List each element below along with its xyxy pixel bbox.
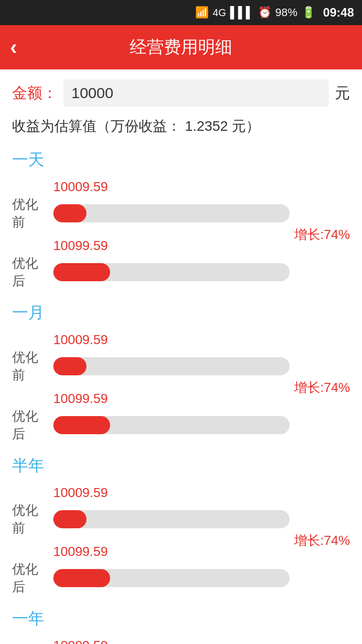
before-label-2: 优化前 <box>12 502 47 537</box>
nav-bar: ‹ 经营费用明细 <box>0 25 362 69</box>
before-fill-1 <box>53 357 86 375</box>
after-label-2: 优化后 <box>12 560 47 596</box>
battery-text: 98% <box>276 6 298 19</box>
before-bar-2 <box>53 510 290 528</box>
growth-badge-0: 增长:74% <box>294 226 350 244</box>
after-label-1: 优化后 <box>12 408 47 443</box>
signal-icon: ▌▌▌ <box>230 6 254 19</box>
before-row-3: 10009.59 优化前 <box>12 638 290 644</box>
before-row-2: 10009.59 优化前 <box>12 485 290 537</box>
amount-input-wrap[interactable] <box>63 79 329 107</box>
after-fill-2 <box>53 569 110 587</box>
before-value-2: 10009.59 <box>53 485 290 501</box>
before-label-0: 优化前 <box>12 196 47 231</box>
amount-label: 金额： <box>12 83 57 104</box>
after-inline-0: 优化后 <box>12 255 290 290</box>
period-section-2: 半年 10009.59 优化前 10 <box>12 455 350 596</box>
period-title-1: 一月 <box>12 302 350 324</box>
period-title-2: 半年 <box>12 455 350 477</box>
alarm-icon: ⏰ <box>258 6 272 19</box>
pair-block-3: 10009.59 优化前 10099.59 优化后 <box>12 638 350 644</box>
status-bar: 📶 4G ▌▌▌ ⏰ 98% 🔋 09:48 <box>0 0 362 25</box>
after-label-0: 优化后 <box>12 255 47 290</box>
before-label-1: 优化前 <box>12 349 47 384</box>
network-icon: 4G <box>213 7 226 19</box>
pair-block-2: 10009.59 优化前 10099.59 优化后 <box>12 485 350 596</box>
before-row-1: 10009.59 优化前 <box>12 332 290 384</box>
status-icons: 📶 4G ▌▌▌ ⏰ 98% 🔋 <box>195 6 315 19</box>
before-row-0: 10009.59 优化前 <box>12 179 290 231</box>
period-section-0: 一天 10009.59 优化前 10 <box>12 149 350 290</box>
amount-unit: 元 <box>335 83 350 104</box>
after-row-2: 10099.59 优化后 <box>12 544 290 596</box>
periods-container: 一天 10009.59 优化前 10 <box>12 149 350 644</box>
main-content: 金额： 元 收益为估算值（万份收益： 1.2352 元） 一天 10009.59… <box>0 69 362 644</box>
before-value-0: 10009.59 <box>53 179 290 195</box>
battery-icon: 🔋 <box>302 6 315 19</box>
growth-badge-2: 增长:74% <box>294 532 350 549</box>
clock: 09:48 <box>323 6 354 20</box>
after-value-2: 10099.59 <box>53 544 290 559</box>
before-fill-0 <box>53 204 86 222</box>
before-bar-1 <box>53 357 290 375</box>
after-value-0: 10099.59 <box>53 238 290 254</box>
wifi-icon: 📶 <box>195 6 209 19</box>
before-inline-0: 优化前 <box>12 196 290 231</box>
page-title: 经营费用明细 <box>130 36 232 59</box>
after-value-1: 10099.59 <box>53 391 290 407</box>
after-inline-1: 优化后 <box>12 408 290 443</box>
period-title-3: 一年 <box>12 608 350 630</box>
after-bar-0 <box>53 263 290 281</box>
amount-row: 金额： 元 <box>12 79 350 107</box>
period-section-1: 一月 10009.59 优化前 10 <box>12 302 350 443</box>
estimate-note: 收益为估算值（万份收益： 1.2352 元） <box>12 116 350 137</box>
amount-input[interactable] <box>71 85 321 102</box>
before-value-3: 10009.59 <box>53 638 290 644</box>
period-title-0: 一天 <box>12 149 350 171</box>
after-fill-0 <box>53 263 110 281</box>
pair-rows-3: 10009.59 优化前 10099.59 优化后 <box>12 638 350 644</box>
back-button[interactable]: ‹ <box>10 37 17 58</box>
before-value-1: 10009.59 <box>53 332 290 348</box>
before-fill-2 <box>53 510 86 528</box>
after-fill-1 <box>53 416 110 434</box>
pair-block-0: 10009.59 优化前 10099.59 优化后 <box>12 179 350 290</box>
pair-block-1: 10009.59 优化前 10099.59 优化后 <box>12 332 350 443</box>
after-bar-1 <box>53 416 290 434</box>
before-bar-0 <box>53 204 290 222</box>
before-inline-2: 优化前 <box>12 502 290 537</box>
period-section-3: 一年 10009.59 优化前 10 <box>12 608 350 644</box>
after-row-0: 10099.59 优化后 <box>12 238 290 290</box>
after-row-1: 10099.59 优化后 <box>12 391 290 443</box>
after-inline-2: 优化后 <box>12 560 290 596</box>
growth-badge-1: 增长:74% <box>294 379 350 396</box>
before-inline-1: 优化前 <box>12 349 290 384</box>
after-bar-2 <box>53 569 290 587</box>
